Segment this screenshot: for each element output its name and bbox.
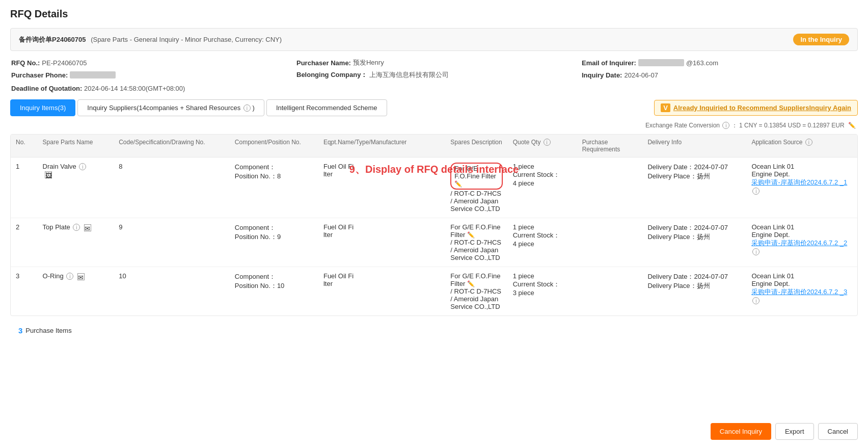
cell-delivery-2: Delivery Date：2024-07-07 Delivery Place：… <box>642 218 746 267</box>
image-icon-top-plate[interactable]: ✉ <box>84 224 91 231</box>
info-icon-source-3[interactable]: i <box>752 297 760 304</box>
recommend-text: Already Inquiried to Recommend Suppliers… <box>673 104 851 112</box>
th-source: Application Source i <box>746 135 857 157</box>
info-icon-source-2[interactable]: i <box>752 248 760 255</box>
edit-icon-exchange[interactable]: ✏️ <box>848 122 856 129</box>
info-icon-top-plate[interactable]: i <box>73 224 80 231</box>
table-header-row: No. Spare Parts Name Code/Specification/… <box>11 135 857 157</box>
exchange-rate-label: Exchange Rate Conversion <box>645 122 720 129</box>
recommend-button[interactable]: V Already Inquiried to Recommend Supplie… <box>654 100 858 116</box>
cell-source-1: Ocean Link 01 Engine Dept. 采购申请-岸基询价2024… <box>746 157 857 218</box>
company-value: 上海互海信息科技有限公司 <box>369 70 449 80</box>
inquiry-date-row: Inquiry Date: 2024-06-07 <box>582 70 857 80</box>
table-container: 9、Display of RFQ details interface No. S… <box>10 134 858 316</box>
th-code: Code/Specification/Drawing No. <box>114 135 230 157</box>
email-label: Email of Inquirer: <box>582 59 636 67</box>
purchase-label: Purchase Items <box>25 327 71 334</box>
cell-name-3: O-Ring i ✉ <box>38 267 114 316</box>
edit-icon-desc-2[interactable]: ✏️ <box>467 231 475 239</box>
page-container: RFQ Details 备件询价单P24060705 (Spare Parts … <box>0 0 868 448</box>
cell-code-2: 9 <box>114 218 230 267</box>
cell-comp-3: Component： Position No.：10 <box>230 267 318 316</box>
footer-buttons: Cancel Inquiry Export Cancel <box>711 423 858 440</box>
company-label: Belonging Company： <box>296 70 367 80</box>
cell-comp-2: Component： Position No.：9 <box>230 218 318 267</box>
source-link-2[interactable]: 采购申请-岸基询价2024.6.7.2 _2 i <box>751 239 852 255</box>
purchaser-name-value: 预发Henry <box>353 58 384 67</box>
info-icon-source[interactable]: i <box>805 139 812 146</box>
email-blurred <box>638 59 684 66</box>
cancel-inquiry-button[interactable]: Cancel Inquiry <box>711 423 771 440</box>
cell-eqpt-3: Fuel Oil Fi lter <box>318 267 445 316</box>
image-icon-o-ring[interactable]: ✉ <box>77 273 85 280</box>
cell-name-1: Drain Valve i 🖼 <box>38 157 114 218</box>
info-icon-exchange[interactable]: i <box>722 122 729 129</box>
cell-qty-3: 1 piece Current Stock： 3 piece <box>508 267 577 316</box>
cell-source-2: Ocean Link 01 Engine Dept. 采购申请-岸基询价2024… <box>746 218 857 267</box>
cell-delivery-1: Delivery Date：2024-07-07 Delivery Place：… <box>642 157 746 218</box>
th-component: Component/Position No. <box>230 135 318 157</box>
info-icon-o-ring[interactable]: i <box>66 273 73 280</box>
inquiry-header: 备件询价单P24060705 (Spare Parts - General In… <box>10 28 858 51</box>
rfq-no-value: PE-P24060705 <box>42 59 87 67</box>
cell-code-1: 8 <box>114 157 230 218</box>
cell-purchase-1 <box>577 157 643 218</box>
info-icon-qty[interactable]: i <box>544 139 551 146</box>
source-link-1[interactable]: 采购申请-岸基询价2024.6.7.2 _1 i <box>751 178 852 195</box>
phone-label: Purchaser Phone: <box>11 71 68 79</box>
cell-no-1: 1 <box>11 157 38 218</box>
th-desc: Spares Description <box>445 135 507 157</box>
exchange-rate-row: Exchange Rate Conversion i ： 1 CNY = 0.1… <box>10 121 858 130</box>
cell-no-3: 3 <box>11 267 38 316</box>
email-value: @163.com <box>686 59 718 67</box>
tab-inquiry-suppliers[interactable]: Inquiry Suppliers(14companies + Shared R… <box>77 99 264 116</box>
phone-row: Purchaser Phone: <box>11 70 286 80</box>
cell-eqpt-2: Fuel Oil Fi lter <box>318 218 445 267</box>
in-inquiry-badge: In the Inquiry <box>793 34 849 45</box>
table-row: 3 O-Ring i ✉ 10 Component： Position No.：… <box>11 267 857 316</box>
tab-inquiry-items[interactable]: Inquiry Items(3) <box>10 99 75 116</box>
table-row: 2 Top Plate i ✉ 9 Component： Position No… <box>11 218 857 267</box>
inquiry-date-label: Inquiry Date: <box>582 71 622 79</box>
th-purchase: Purchase Requirements <box>577 135 643 157</box>
cell-eqpt-1: Fuel Oil Fi lter <box>318 157 445 218</box>
info-icon-suppliers[interactable]: i <box>243 104 251 112</box>
highlighted-filter-1: For G/E F.O.Fine Filter ✏️ <box>450 163 502 190</box>
table-row: 1 Drain Valve i 🖼 8 Component： Position … <box>11 157 857 218</box>
info-grid: RFQ No.: PE-P24060705 Purchaser Name: 预发… <box>10 58 858 80</box>
edit-icon-desc-3[interactable]: ✏️ <box>467 280 475 287</box>
th-no: No. <box>11 135 38 157</box>
th-eqpt: Eqpt.Name/Type/Manufacturer <box>318 135 445 157</box>
th-delivery: Delivery Info <box>642 135 746 157</box>
purchaser-name-row: Purchaser Name: 预发Henry <box>296 58 572 67</box>
edit-icon-desc-1[interactable]: ✏️ <box>454 180 462 188</box>
tab-intelligent-scheme[interactable]: Intelligent Recommended Scheme <box>266 99 387 116</box>
purchase-count: 3 <box>18 326 22 335</box>
deadline-value: 2024-06-14 14:58:00(GMT+08:00) <box>84 85 185 92</box>
cell-qty-1: 1 piece Current Stock： 4 piece <box>508 157 577 218</box>
cell-desc-2: For G/E F.O.Fine Filter ✏️ / ROT-C D-7HC… <box>445 218 507 267</box>
tabs-left: Inquiry Items(3) Inquiry Suppliers(14com… <box>10 99 387 116</box>
cell-code-3: 10 <box>114 267 230 316</box>
rfq-no-row: RFQ No.: PE-P24060705 <box>11 58 286 67</box>
cell-desc-3: For G/E F.O.Fine Filter ✏️ / ROT-C D-7HC… <box>445 267 507 316</box>
rfq-table: No. Spare Parts Name Code/Specification/… <box>11 135 857 315</box>
cell-qty-2: 1 piece Current Stock： 4 piece <box>508 218 577 267</box>
cell-no-2: 2 <box>11 218 38 267</box>
source-link-3[interactable]: 采购申请-岸基询价2024.6.7.2 _3 i <box>751 287 852 304</box>
purchaser-name-label: Purchaser Name: <box>296 59 351 67</box>
deadline-label: Deadline of Quotation: <box>11 85 82 92</box>
cancel-button[interactable]: Cancel <box>818 423 858 440</box>
deadline-row: Deadline of Quotation: 2024-06-14 14:58:… <box>10 85 858 92</box>
rfq-no-label: RFQ No.: <box>11 59 40 67</box>
email-row: Email of Inquirer: @163.com <box>582 58 857 67</box>
cell-purchase-2 <box>577 218 643 267</box>
cell-source-3: Ocean Link 01 Engine Dept. 采购申请-岸基询价2024… <box>746 267 857 316</box>
cell-desc-1: For G/E F.O.Fine Filter ✏️ / ROT-C D-7HC… <box>445 157 507 218</box>
cell-comp-1: Component： Position No.：8 <box>230 157 318 218</box>
info-icon-drain-valve[interactable]: i <box>79 163 86 170</box>
export-button[interactable]: Export <box>775 423 814 440</box>
image-icon-drain-valve[interactable]: 🖼 <box>45 171 52 178</box>
v-badge: V <box>661 103 670 112</box>
info-icon-source-1[interactable]: i <box>752 188 760 195</box>
